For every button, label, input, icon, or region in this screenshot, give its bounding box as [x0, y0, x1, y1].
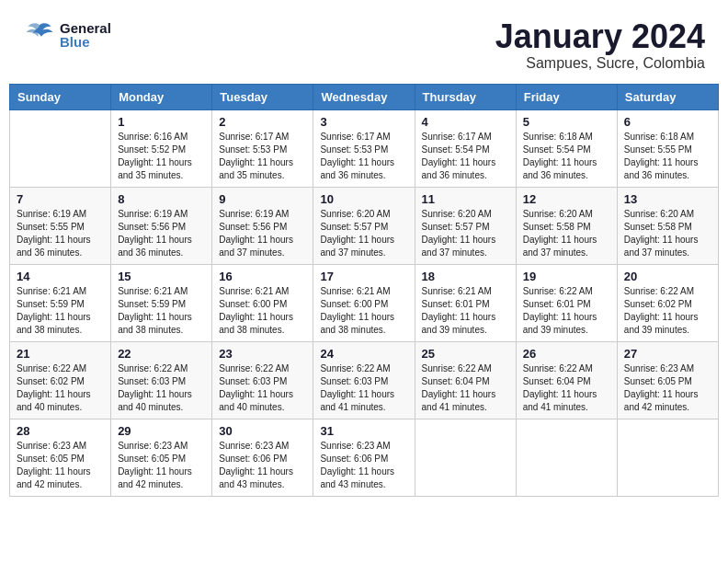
calendar-cell: 1Sunrise: 6:16 AM Sunset: 5:52 PM Daylig… [111, 109, 212, 187]
calendar-cell: 8Sunrise: 6:19 AM Sunset: 5:56 PM Daylig… [111, 187, 212, 264]
svg-rect-0 [23, 18, 56, 52]
day-number: 23 [219, 347, 306, 361]
calendar-cell: 5Sunrise: 6:18 AM Sunset: 5:54 PM Daylig… [516, 109, 617, 187]
day-number: 22 [118, 347, 205, 361]
day-info: Sunrise: 6:18 AM Sunset: 5:55 PM Dayligh… [624, 131, 711, 182]
weekday-header-wednesday: Wednesday [313, 84, 415, 109]
day-number: 24 [320, 347, 407, 361]
logo: General Blue [23, 18, 111, 52]
calendar-cell: 17Sunrise: 6:21 AM Sunset: 6:00 PM Dayli… [313, 264, 415, 341]
day-number: 31 [320, 424, 407, 438]
weekday-header-tuesday: Tuesday [212, 84, 313, 109]
day-number: 1 [118, 115, 205, 129]
day-number: 5 [523, 115, 610, 129]
day-number: 19 [523, 270, 610, 283]
day-number: 3 [320, 115, 407, 129]
logo-general-text: General [60, 21, 111, 35]
day-number: 8 [118, 192, 205, 206]
day-info: Sunrise: 6:22 AM Sunset: 6:01 PM Dayligh… [523, 285, 610, 337]
day-info: Sunrise: 6:21 AM Sunset: 5:59 PM Dayligh… [17, 285, 104, 337]
calendar-cell: 22Sunrise: 6:22 AM Sunset: 6:03 PM Dayli… [111, 341, 212, 419]
calendar-body: 1Sunrise: 6:16 AM Sunset: 5:52 PM Daylig… [10, 109, 719, 496]
day-info: Sunrise: 6:23 AM Sunset: 6:05 PM Dayligh… [118, 440, 205, 491]
day-number: 25 [422, 347, 509, 361]
day-number: 27 [624, 347, 711, 361]
calendar-cell: 16Sunrise: 6:21 AM Sunset: 6:00 PM Dayli… [212, 264, 313, 341]
day-number: 9 [219, 192, 306, 206]
calendar-cell: 21Sunrise: 6:22 AM Sunset: 6:02 PM Dayli… [10, 341, 111, 419]
calendar-cell: 20Sunrise: 6:22 AM Sunset: 6:02 PM Dayli… [617, 264, 718, 341]
location: Sampues, Sucre, Colombia [495, 55, 705, 72]
day-info: Sunrise: 6:20 AM Sunset: 5:58 PM Dayligh… [523, 208, 610, 259]
weekday-header-row: SundayMondayTuesdayWednesdayThursdayFrid… [10, 84, 719, 109]
day-info: Sunrise: 6:23 AM Sunset: 6:06 PM Dayligh… [320, 440, 407, 491]
day-number: 18 [422, 270, 509, 283]
day-number: 7 [17, 192, 104, 206]
week-row-4: 21Sunrise: 6:22 AM Sunset: 6:02 PM Dayli… [10, 341, 719, 419]
calendar-cell: 12Sunrise: 6:20 AM Sunset: 5:58 PM Dayli… [516, 187, 617, 264]
calendar-cell: 4Sunrise: 6:17 AM Sunset: 5:54 PM Daylig… [415, 109, 516, 187]
calendar-cell: 28Sunrise: 6:23 AM Sunset: 6:05 PM Dayli… [10, 419, 111, 496]
calendar-cell [617, 419, 718, 496]
day-info: Sunrise: 6:22 AM Sunset: 6:02 PM Dayligh… [624, 285, 711, 337]
calendar-cell: 23Sunrise: 6:22 AM Sunset: 6:03 PM Dayli… [212, 341, 313, 419]
day-info: Sunrise: 6:19 AM Sunset: 5:55 PM Dayligh… [17, 208, 104, 259]
calendar-cell [10, 109, 111, 187]
day-info: Sunrise: 6:23 AM Sunset: 6:06 PM Dayligh… [219, 440, 306, 491]
day-info: Sunrise: 6:22 AM Sunset: 6:03 PM Dayligh… [219, 362, 306, 414]
week-row-3: 14Sunrise: 6:21 AM Sunset: 5:59 PM Dayli… [10, 264, 719, 341]
calendar-header: SundayMondayTuesdayWednesdayThursdayFrid… [10, 84, 719, 109]
calendar-cell: 3Sunrise: 6:17 AM Sunset: 5:53 PM Daylig… [313, 109, 415, 187]
day-number: 2 [219, 115, 306, 129]
day-info: Sunrise: 6:23 AM Sunset: 6:05 PM Dayligh… [17, 440, 104, 491]
weekday-header-saturday: Saturday [617, 84, 718, 109]
day-info: Sunrise: 6:22 AM Sunset: 6:04 PM Dayligh… [422, 362, 509, 414]
day-info: Sunrise: 6:21 AM Sunset: 6:00 PM Dayligh… [219, 285, 306, 337]
day-number: 28 [17, 424, 104, 438]
weekday-header-friday: Friday [516, 84, 617, 109]
day-info: Sunrise: 6:21 AM Sunset: 6:00 PM Dayligh… [320, 285, 407, 337]
day-info: Sunrise: 6:20 AM Sunset: 5:58 PM Dayligh… [624, 208, 711, 259]
calendar-cell: 14Sunrise: 6:21 AM Sunset: 5:59 PM Dayli… [10, 264, 111, 341]
day-number: 30 [219, 424, 306, 438]
calendar-cell: 25Sunrise: 6:22 AM Sunset: 6:04 PM Dayli… [415, 341, 516, 419]
calendar-cell: 9Sunrise: 6:19 AM Sunset: 5:56 PM Daylig… [212, 187, 313, 264]
day-number: 17 [320, 270, 407, 283]
day-info: Sunrise: 6:20 AM Sunset: 5:57 PM Dayligh… [320, 208, 407, 259]
calendar-cell: 15Sunrise: 6:21 AM Sunset: 5:59 PM Dayli… [111, 264, 212, 341]
day-info: Sunrise: 6:22 AM Sunset: 6:04 PM Dayligh… [523, 362, 610, 414]
day-number: 6 [624, 115, 711, 129]
day-number: 20 [624, 270, 711, 283]
day-info: Sunrise: 6:17 AM Sunset: 5:54 PM Dayligh… [422, 131, 509, 182]
weekday-header-sunday: Sunday [10, 84, 111, 109]
calendar-cell: 27Sunrise: 6:23 AM Sunset: 6:05 PM Dayli… [617, 341, 718, 419]
day-info: Sunrise: 6:19 AM Sunset: 5:56 PM Dayligh… [118, 208, 205, 259]
day-number: 26 [523, 347, 610, 361]
day-number: 14 [17, 270, 104, 283]
calendar-table: SundayMondayTuesdayWednesdayThursdayFrid… [9, 84, 719, 497]
calendar-cell: 31Sunrise: 6:23 AM Sunset: 6:06 PM Dayli… [313, 419, 415, 496]
week-row-1: 1Sunrise: 6:16 AM Sunset: 5:52 PM Daylig… [10, 109, 719, 187]
day-info: Sunrise: 6:22 AM Sunset: 6:03 PM Dayligh… [320, 362, 407, 414]
page-header: General Blue January 2024 Sampues, Sucre… [9, 9, 719, 76]
calendar-cell: 2Sunrise: 6:17 AM Sunset: 5:53 PM Daylig… [212, 109, 313, 187]
day-number: 13 [624, 192, 711, 206]
calendar-cell: 13Sunrise: 6:20 AM Sunset: 5:58 PM Dayli… [617, 187, 718, 264]
day-info: Sunrise: 6:17 AM Sunset: 5:53 PM Dayligh… [320, 131, 407, 182]
day-info: Sunrise: 6:17 AM Sunset: 5:53 PM Dayligh… [219, 131, 306, 182]
day-number: 4 [422, 115, 509, 129]
day-info: Sunrise: 6:19 AM Sunset: 5:56 PM Dayligh… [219, 208, 306, 259]
day-info: Sunrise: 6:22 AM Sunset: 6:02 PM Dayligh… [17, 362, 104, 414]
day-number: 15 [118, 270, 205, 283]
day-number: 10 [320, 192, 407, 206]
calendar-cell: 30Sunrise: 6:23 AM Sunset: 6:06 PM Dayli… [212, 419, 313, 496]
calendar-cell: 7Sunrise: 6:19 AM Sunset: 5:55 PM Daylig… [10, 187, 111, 264]
week-row-5: 28Sunrise: 6:23 AM Sunset: 6:05 PM Dayli… [10, 419, 719, 496]
day-info: Sunrise: 6:21 AM Sunset: 5:59 PM Dayligh… [118, 285, 205, 337]
month-title: January 2024 [495, 18, 705, 55]
calendar-cell: 18Sunrise: 6:21 AM Sunset: 6:01 PM Dayli… [415, 264, 516, 341]
weekday-header-thursday: Thursday [415, 84, 516, 109]
calendar-cell: 26Sunrise: 6:22 AM Sunset: 6:04 PM Dayli… [516, 341, 617, 419]
calendar-cell [415, 419, 516, 496]
logo-blue-text: Blue [60, 35, 111, 49]
